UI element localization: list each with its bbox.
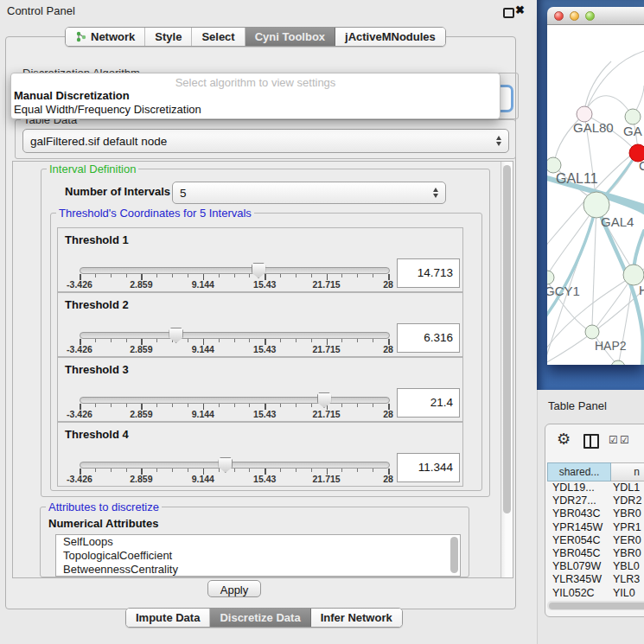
tab-label: Discretize Data [220,611,300,624]
network-canvas[interactable]: GAL80GACGAL11GAL4GCY1HHAP2 [547,25,644,365]
tab-cyni-toolbox[interactable]: Cyni Toolbox [245,28,335,46]
network-window-titlebar[interactable] [547,7,644,25]
column-header-shared-name[interactable]: shared... [547,462,611,481]
tick-mark [95,469,96,472]
table-row[interactable]: YPR145WYPR1 [547,521,644,534]
tab-style[interactable]: Style [145,28,192,46]
tick-label: 15.43 [240,474,289,484]
apply-button[interactable]: Apply [207,580,261,597]
threshold-panel-4: Threshold 4-3.4262.8599.14415.4321.71528… [57,422,463,487]
network-node[interactable] [611,360,625,365]
tick-mark [156,339,157,342]
tab-network[interactable]: Network [66,28,145,46]
float-window-icon[interactable] [503,8,514,18]
tab-discretize-data[interactable]: Discretize Data [210,609,310,627]
threshold-label: Threshold 3 [65,363,129,376]
tick-mark [188,339,188,342]
threshold-value-field[interactable]: 14.713 [397,258,460,288]
cell-shared-name: YPR145W [552,521,603,534]
slider-track[interactable] [80,332,390,339]
table-panel-box: ⚙ ☑ ☑ shared... n YDL19...YDL1YDR27...YD… [545,424,644,617]
table-rows: YDL19...YDL1YDR27...YDR2YBR043CYBR0YPR14… [547,481,644,599]
table-data-combobox[interactable]: galFiltered.sif default node [22,129,509,153]
dropdown-hint: Select algorithm to view settings [11,76,500,89]
table-data-value: galFiltered.sif default node [23,135,492,148]
tick-label: 2.859 [117,344,165,354]
tick-mark [172,274,173,277]
cell-shared-name: YLR345W [552,573,602,586]
list-scrollbar-thumb[interactable] [450,537,458,573]
cell-name: YBR0 [613,507,641,520]
vertical-scrollbar-thumb[interactable] [503,165,511,513]
cell-shared-name: YER054C [552,534,601,547]
tick-mark [219,339,220,342]
table-row[interactable]: YDR27...YDR2 [547,494,644,507]
threshold-value-field[interactable]: 6.316 [397,323,460,353]
tick-mark [111,274,112,277]
tick-mark [219,274,220,277]
threshold-value-field[interactable]: 21.4 [397,388,460,418]
attribute-list-item[interactable]: BetweennessCentrality [56,563,460,577]
slider-thumb[interactable] [169,328,183,343]
minimize-window-icon[interactable] [570,11,579,21]
numerical-attributes-list[interactable]: SelfLoopsTopologicalCoefficientBetweenne… [55,534,461,577]
network-icon [75,31,86,42]
network-node[interactable] [625,109,641,124]
attributes-group-title: Attributes to discretize [46,501,162,513]
slider-thumb[interactable] [317,392,332,408]
table-row[interactable]: YBR043CYBR0 [547,507,644,520]
table-row[interactable]: YBR045CYBR0 [547,547,644,560]
tick-mark [311,469,312,472]
menu-item-equal-width-frequency[interactable]: Equal Width/Frequency Discretization [14,103,201,116]
column-header-name[interactable]: n [611,462,644,481]
tick-mark [357,404,358,407]
network-node[interactable] [585,325,599,339]
number-of-intervals-combobox[interactable]: 5 [172,182,446,204]
tick-mark [296,469,296,472]
table-row[interactable]: YBL079WYBL0 [547,560,644,573]
zoom-window-icon[interactable] [585,11,595,21]
tab-jactivemnodules[interactable]: jActiveMNodules [335,28,445,46]
table-row[interactable]: YDL19...YDL1 [547,481,644,494]
network-node[interactable] [547,271,554,284]
slider-thumb[interactable] [218,457,233,473]
slider-track[interactable] [80,397,390,404]
gear-icon[interactable]: ⚙ [557,430,571,449]
menu-item-manual-discretization[interactable]: Manual Discretization [14,89,130,102]
checkbox-icon[interactable]: ☑ [620,434,629,446]
combo-stepper-icon [429,188,445,198]
tick-mark [234,274,235,277]
tick-mark [296,339,296,342]
tab-impute-data[interactable]: Impute Data [126,609,210,627]
bottom-tab-bar: Impute DataDiscretize DataInfer Network [125,608,403,628]
threshold-value-field[interactable]: 11.344 [397,453,460,482]
attribute-list-item[interactable]: SelfLoops [56,535,460,549]
control-panel-title: Control Panel [7,4,75,17]
horizontal-scrollbar-thumb[interactable] [549,603,644,609]
node-label: C [639,158,644,173]
tab-infer-network[interactable]: Infer Network [311,609,402,627]
tick-mark [95,404,96,407]
horizontal-scrollbar[interactable] [547,601,644,610]
tick-label: 15.43 [240,409,289,419]
close-window-icon[interactable] [554,11,564,21]
tab-label: Network [91,30,135,43]
close-panel-icon[interactable]: ✖ [515,3,525,16]
slider-track[interactable] [80,462,390,469]
cell-shared-name: YDR27... [552,494,596,507]
split-columns-icon[interactable] [583,434,599,449]
tab-select[interactable]: Select [192,28,245,46]
cell-shared-name: YBR045C [552,547,601,560]
slider-thumb[interactable] [252,263,266,278]
tick-label: 15.43 [240,279,289,290]
table-row[interactable]: YER054CYER0 [547,534,644,547]
table-row[interactable]: YLR345WYLR3 [547,573,644,586]
checkbox-icon[interactable]: ☑ [609,434,618,446]
tick-mark [126,339,127,342]
vertical-scrollbar[interactable] [501,162,513,577]
table-row[interactable]: YIL052CYIL0 [547,587,644,599]
attribute-list-item[interactable]: TopologicalCoefficient [56,549,460,563]
tick-mark [249,339,250,342]
slider-track[interactable] [80,267,390,274]
cell-name: YBR0 [613,547,641,560]
